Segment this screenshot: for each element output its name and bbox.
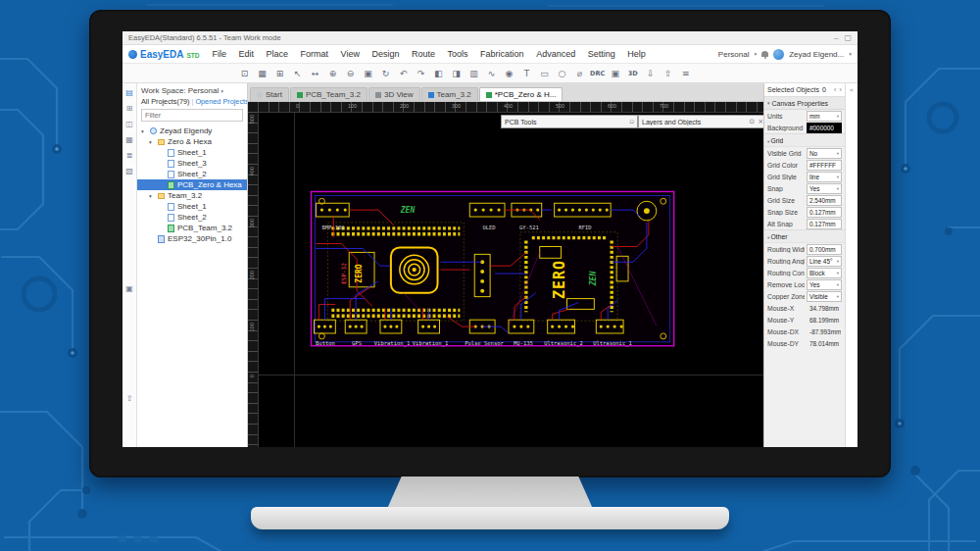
menu-item[interactable]: Help — [622, 49, 651, 59]
menu-item[interactable]: File — [207, 49, 231, 59]
snap-grid-icon[interactable]: ⊞ — [271, 69, 288, 78]
tree-item[interactable]: Sheet_1 — [137, 147, 247, 158]
via-tool-icon[interactable]: ◉ — [501, 69, 517, 78]
all-projects-link[interactable]: All Projects(79) — [141, 97, 189, 106]
panel-nav-left-icon[interactable]: ‹ — [834, 85, 837, 94]
app-logo[interactable]: EasyEDA STD — [128, 49, 199, 60]
canvas-settings-icon[interactable]: ⊡ — [236, 69, 253, 78]
property-value[interactable]: 2.540mm — [807, 195, 842, 206]
import-icon[interactable]: ⇩ — [642, 69, 659, 78]
more-menu-icon[interactable]: ≡ — [677, 69, 694, 78]
tree-item[interactable]: Sheet_2 — [137, 169, 247, 179]
workspace-selector[interactable]: Personal — [718, 50, 750, 59]
pcb-canvas[interactable]: BMP-180 OLED GY-521 RFID ZEN ESP-32 ZE — [248, 102, 763, 447]
document-tab[interactable]: Team_3.2 — [421, 87, 478, 101]
zoom-out-icon[interactable]: ⊖ — [342, 69, 359, 78]
threed-view-button[interactable]: 3D — [624, 70, 641, 77]
tree-item[interactable]: ▾ Team_3.2 — [137, 190, 247, 201]
window-maximize-icon[interactable]: ▢ — [844, 33, 852, 42]
schematic-list-icon[interactable]: ▧ — [125, 167, 133, 175]
document-tab[interactable]: PCB_Team_3.2 — [290, 87, 368, 101]
text-tool-icon[interactable]: T — [518, 69, 535, 78]
cursor-icon[interactable]: ↖ — [289, 69, 306, 78]
redo-icon[interactable]: ↷ — [413, 69, 429, 78]
circle-tool-icon[interactable]: ○ — [554, 69, 570, 78]
rect-tool-icon[interactable]: ▭ — [536, 69, 553, 78]
measure-icon[interactable]: ⌀ — [571, 69, 588, 78]
menu-item[interactable]: Route — [407, 49, 440, 59]
canvas-properties-header[interactable]: ▾ Canvas Properties — [764, 97, 845, 110]
panel-nav-right-icon[interactable]: › — [839, 85, 842, 94]
property-value[interactable]: Line 45° — [807, 256, 842, 267]
tree-expand-icon[interactable]: ▾ — [149, 193, 155, 199]
project-icon[interactable]: ▤ — [125, 88, 133, 97]
property-value[interactable]: mm — [807, 111, 842, 122]
property-value[interactable]: 34.798mm — [807, 303, 842, 314]
track-tool-icon[interactable]: ∿ — [483, 69, 500, 78]
menu-item[interactable]: Edit — [234, 49, 260, 59]
property-value[interactable]: Block — [807, 268, 842, 278]
pan-icon[interactable]: ↔ — [307, 69, 323, 78]
property-value[interactable]: 68.199mm — [807, 315, 842, 326]
filter-input[interactable] — [141, 109, 243, 122]
pcb-tools-panel[interactable]: PCB Tools ▫ — [501, 115, 638, 128]
property-value[interactable]: 0.700mm — [807, 244, 842, 255]
library-icon[interactable]: ◫ — [125, 120, 133, 128]
parts-icon[interactable]: ▦ — [125, 135, 133, 144]
tree-item[interactable]: Sheet_1 — [137, 201, 247, 212]
pcb-order-icon[interactable]: ▣ — [125, 284, 133, 293]
menu-item[interactable]: Fabrication — [475, 49, 529, 59]
property-value[interactable]: 78.014mm — [807, 338, 842, 349]
tree-item[interactable]: Sheet_3 — [137, 158, 247, 169]
menu-item[interactable]: View — [336, 49, 365, 59]
menu-item[interactable]: Tools — [443, 49, 473, 59]
menu-item[interactable]: Place — [262, 49, 294, 59]
menu-item[interactable]: Advanced — [531, 49, 580, 59]
close-icon[interactable]: × — [758, 118, 763, 125]
eelib-icon[interactable]: ⊞ — [126, 104, 133, 113]
window-minimize-icon[interactable]: – — [834, 33, 838, 42]
property-value[interactable]: No — [807, 148, 842, 159]
tree-item[interactable]: ▾ Zeyad Elgendy — [137, 125, 247, 136]
menu-item[interactable]: Design — [367, 49, 404, 59]
notifications-bell-icon[interactable] — [761, 51, 768, 57]
property-value[interactable]: 0.127mm — [807, 219, 842, 229]
opened-projects-link[interactable]: Opened Projects(3) — [195, 97, 248, 106]
property-value[interactable]: Yes — [807, 279, 842, 290]
property-value[interactable]: #FFFFFF — [807, 160, 842, 171]
property-value[interactable]: -87.993mm — [807, 326, 842, 337]
property-value[interactable]: Visible — [807, 291, 842, 302]
top-layer-icon[interactable]: ◧ — [430, 69, 447, 78]
layers-objects-panel[interactable]: Layers and Objects ⊙ × — [638, 115, 763, 128]
refresh-icon[interactable]: ↻ — [377, 69, 394, 78]
property-value[interactable]: Yes — [807, 183, 842, 194]
pin-icon[interactable]: ⊙ — [749, 118, 755, 125]
tree-item[interactable]: ▾ Zero & Hexa — [137, 136, 247, 147]
tree-item[interactable]: PCB_Team_3.2 — [137, 223, 247, 233]
tree-expand-icon[interactable]: ▾ — [149, 139, 155, 145]
property-value[interactable]: 0.127mm — [807, 207, 842, 218]
photo-view-icon[interactable]: ▣ — [607, 69, 623, 78]
user-name[interactable]: Zeyad Elgend... — [789, 50, 844, 59]
tree-item[interactable]: Sheet_2 — [137, 212, 247, 223]
menu-item[interactable]: Setting — [583, 49, 620, 59]
grid-icon[interactable]: ▦ — [254, 69, 270, 78]
zoom-fit-icon[interactable]: ▣ — [360, 69, 376, 78]
undo-icon[interactable]: ↶ — [395, 69, 412, 78]
multi-layer-icon[interactable]: ▥ — [466, 69, 482, 78]
export-dock-icon[interactable]: ⇧ — [126, 394, 133, 403]
layers-toolbox-icon[interactable]: ≣ — [126, 151, 133, 160]
bottom-layer-icon[interactable]: ◨ — [448, 69, 465, 78]
tree-item[interactable]: PCB_Zero & Hexa — [137, 179, 247, 190]
zoom-in-icon[interactable]: ⊕ — [324, 69, 341, 78]
property-value[interactable]: line — [807, 172, 842, 182]
panel-collapse-arrow-icon[interactable]: « — [850, 86, 854, 94]
tree-expand-icon[interactable]: ▾ — [141, 128, 147, 134]
menu-item[interactable]: Format — [296, 49, 334, 59]
document-tab[interactable]: Start — [250, 87, 289, 101]
document-tab[interactable]: *PCB_Zero & H... — [479, 87, 564, 101]
document-tab[interactable]: 3D View — [368, 87, 420, 101]
panel-collapse-icon[interactable]: ▫ — [629, 118, 634, 125]
export-icon[interactable]: ⇧ — [660, 69, 676, 78]
drc-button[interactable]: DRC — [589, 70, 606, 77]
